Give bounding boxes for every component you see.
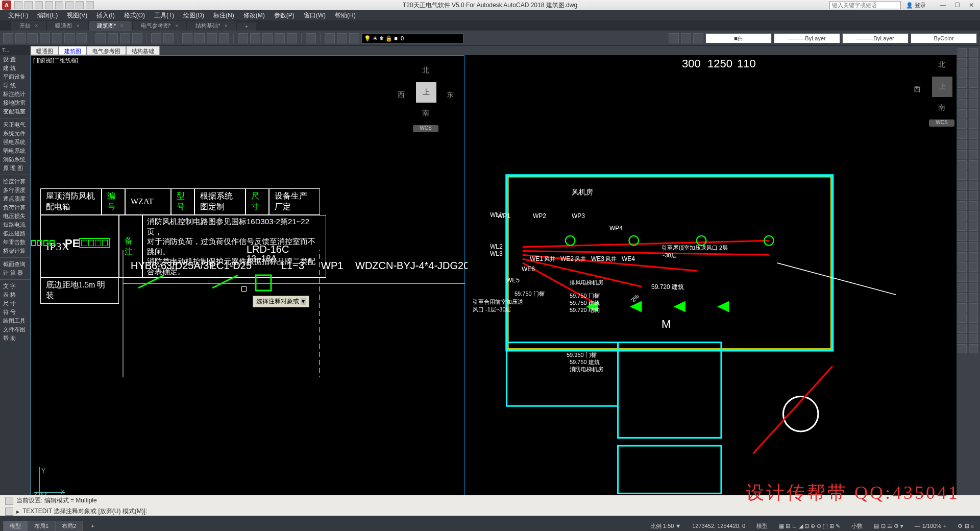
zoom-readout[interactable]: —1/100%+ — [912, 523, 950, 529]
palette-item[interactable]: 照度计算 — [0, 177, 30, 186]
tool-btn[interactable] — [969, 232, 978, 241]
tb-btn[interactable] — [238, 33, 248, 43]
palette-item[interactable]: 截面查询 — [0, 260, 30, 269]
palette-item[interactable]: 接地防雷 — [0, 99, 30, 107]
tb-btn[interactable] — [349, 33, 359, 43]
layer-combo[interactable]: 💡 ☀ ❄ 🔒 ■ 0 — [361, 33, 463, 43]
tb-btn[interactable] — [182, 33, 192, 43]
tb-btn[interactable] — [681, 33, 691, 43]
layout-tab[interactable]: 模型 — [3, 521, 28, 532]
tool-btn[interactable] — [958, 150, 967, 159]
tool-btn[interactable] — [958, 99, 967, 108]
palette-item[interactable]: 帮 助 — [0, 334, 30, 343]
menu-item[interactable]: 视图(V) — [63, 11, 91, 20]
palette-item[interactable]: 低压短路 — [0, 229, 30, 238]
layout-tab[interactable]: 布局2 — [55, 521, 83, 532]
tb-btn[interactable] — [28, 33, 38, 43]
menu-item[interactable]: 工具(T) — [150, 11, 178, 20]
tool-btn[interactable] — [969, 344, 978, 353]
tb-btn[interactable] — [77, 33, 87, 43]
color-combo[interactable]: ■ 白 — [705, 33, 772, 43]
qat-btn[interactable] — [24, 1, 33, 9]
wcs-label[interactable]: WCS — [413, 125, 438, 132]
tool-btn[interactable] — [969, 99, 978, 108]
tool-btn[interactable] — [969, 140, 978, 149]
tool-btn[interactable] — [969, 119, 978, 129]
tb-btn[interactable] — [64, 33, 75, 43]
palette-item[interactable]: 绘图工具 — [0, 317, 30, 325]
tool-btn[interactable] — [969, 109, 978, 118]
tool-btn[interactable] — [969, 150, 978, 159]
tool-btn[interactable] — [969, 303, 978, 312]
tool-btn[interactable] — [969, 283, 978, 292]
menu-item[interactable]: 参数(P) — [270, 11, 299, 20]
tb-btn[interactable] — [693, 33, 703, 43]
palette-item[interactable]: 文 字 — [0, 282, 30, 291]
palette-item[interactable]: 符 号 — [0, 308, 30, 317]
file-tab[interactable]: 电气参考图*× — [133, 21, 187, 31]
tool-btn[interactable] — [969, 201, 978, 210]
palette-item[interactable]: 强电系统 — [0, 138, 30, 147]
tb-btn[interactable] — [194, 33, 205, 43]
tool-btn[interactable] — [969, 58, 978, 67]
tool-btn[interactable] — [969, 222, 978, 231]
new-tab-button[interactable]: + — [237, 22, 256, 31]
menu-item[interactable]: 窗口(W) — [300, 11, 330, 20]
tool-btn[interactable] — [958, 109, 967, 118]
tool-btn[interactable] — [958, 232, 967, 241]
palette-item[interactable]: 尺 寸 — [0, 299, 30, 308]
tool-btn[interactable] — [958, 201, 967, 210]
tool-btn[interactable] — [958, 191, 967, 200]
tool-btn[interactable] — [969, 48, 978, 57]
tool-btn[interactable] — [969, 160, 978, 170]
menu-item[interactable]: 帮助(H) — [331, 11, 360, 20]
tb-btn[interactable] — [262, 33, 273, 43]
tool-btn[interactable] — [958, 119, 967, 129]
tool-btn[interactable] — [958, 58, 967, 67]
qat-btn[interactable] — [45, 1, 53, 9]
tb-btn[interactable] — [40, 33, 50, 43]
maximize-button[interactable]: ☐ — [950, 1, 964, 9]
right-viewport[interactable]: 北 南 东 西 上 WCS 300 1250 110 — [468, 55, 980, 501]
tb-btn[interactable] — [15, 33, 26, 43]
palette-item[interactable]: 原 理 图 — [0, 164, 30, 173]
tb-btn[interactable] — [108, 33, 118, 43]
compass-west[interactable]: 西 — [398, 90, 405, 100]
tool-btn[interactable] — [969, 273, 978, 282]
palette-item[interactable]: 平面设备 — [0, 73, 30, 81]
palette-item[interactable]: 系统元件 — [0, 129, 30, 138]
palette-item[interactable]: 弱电系统 — [0, 147, 30, 155]
drawing-area[interactable]: 暖通图建筑图电气参考图结构基础 [-][俯视][二维线框] 北 南 东 西 上 … — [31, 46, 980, 516]
linetype-combo[interactable]: ——— ByLayer — [774, 33, 840, 43]
palette-item[interactable]: 桥架计算 — [0, 247, 30, 255]
compass-top[interactable]: 上 — [416, 82, 436, 103]
tool-btn[interactable] — [958, 344, 967, 353]
palette-item[interactable]: 标注统计 — [0, 90, 30, 99]
palette-item[interactable]: 负荷计算 — [0, 203, 30, 212]
minimize-button[interactable]: — — [936, 1, 949, 9]
tb-btn[interactable] — [250, 33, 260, 43]
qat-btn[interactable] — [86, 1, 94, 9]
palette-item[interactable]: 表 格 — [0, 291, 30, 299]
qat-btn[interactable] — [55, 1, 63, 9]
menu-item[interactable]: 插入(I) — [92, 11, 118, 20]
tool-btn[interactable] — [969, 293, 978, 302]
view-cube[interactable]: 北 南 东 西 上 WCS — [398, 66, 454, 132]
palette-item[interactable]: 年雷击数 — [0, 238, 30, 247]
tb-btn[interactable] — [120, 33, 130, 43]
tool-btn[interactable] — [969, 79, 978, 88]
file-tab[interactable]: 开始× — [11, 21, 46, 31]
tool-btn[interactable] — [958, 68, 967, 78]
tool-btn[interactable] — [958, 171, 967, 180]
palette-item[interactable]: 消防系统 — [0, 155, 30, 164]
tool-btn[interactable] — [958, 242, 967, 251]
tool-btn[interactable] — [969, 262, 978, 272]
tool-btn[interactable] — [958, 313, 967, 323]
tb-btn[interactable] — [669, 33, 679, 43]
space-toggle[interactable]: 模型 — [753, 522, 771, 530]
tool-btn[interactable] — [958, 181, 967, 190]
view-tab[interactable]: 建筑图 — [59, 46, 87, 55]
tool-btn[interactable] — [958, 303, 967, 312]
palette-item[interactable]: 天正电气 — [0, 120, 30, 129]
left-viewport[interactable]: [-][俯视][二维线框] 北 南 东 西 上 WCS 屋顶消防风机配电箱编号W… — [31, 55, 464, 501]
